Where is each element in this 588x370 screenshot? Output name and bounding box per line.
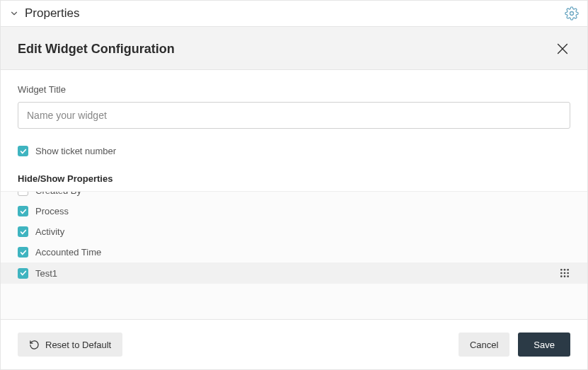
panel-title: Properties — [25, 6, 565, 21]
property-row: Test1 — [1, 262, 587, 284]
show-ticket-label: Show ticket number — [35, 146, 116, 156]
svg-point-4 — [564, 269, 566, 271]
svg-point-5 — [567, 269, 569, 271]
reset-label: Reset to Default — [45, 340, 111, 350]
properties-panel: Properties Edit Widget Configuration Wid… — [0, 0, 588, 370]
panel-header: Properties — [1, 1, 587, 27]
svg-point-3 — [560, 269, 563, 271]
svg-point-0 — [570, 12, 574, 16]
svg-point-7 — [564, 272, 566, 274]
cancel-label: Cancel — [470, 340, 498, 350]
property-checkbox[interactable] — [18, 247, 28, 258]
svg-point-9 — [560, 275, 563, 277]
property-label: Created By — [35, 191, 570, 196]
properties-list: Created By Process Activity Accounted Ti… — [1, 191, 587, 319]
cancel-button[interactable]: Cancel — [459, 333, 509, 357]
widget-title-section: Widget Title Show ticket number — [1, 70, 587, 169]
modal-footer: Reset to Default Cancel Save — [1, 319, 587, 369]
property-row: Process — [1, 201, 587, 221]
property-label: Accounted Time — [35, 247, 570, 258]
property-row: Activity — [1, 221, 587, 242]
widget-title-input[interactable] — [18, 102, 570, 129]
property-checkbox[interactable] — [18, 206, 28, 216]
reset-to-default-button[interactable]: Reset to Default — [18, 333, 122, 357]
show-ticket-checkbox[interactable] — [18, 146, 28, 156]
property-label: Activity — [35, 226, 570, 237]
svg-point-11 — [567, 275, 569, 277]
undo-icon — [29, 340, 40, 350]
gear-icon[interactable] — [565, 6, 579, 21]
property-checkbox[interactable] — [18, 268, 28, 279]
svg-point-6 — [560, 272, 563, 274]
modal-body: Widget Title Show ticket number Hide/Sho… — [1, 70, 587, 319]
property-label: Test1 — [35, 268, 552, 279]
drag-handle-icon[interactable] — [559, 267, 570, 279]
svg-point-8 — [567, 272, 569, 274]
save-label: Save — [534, 340, 555, 350]
property-row: Accounted Time — [1, 242, 587, 262]
modal-header: Edit Widget Configuration — [1, 27, 587, 70]
modal-title: Edit Widget Configuration — [18, 42, 555, 57]
property-checkbox[interactable] — [18, 191, 28, 196]
svg-point-10 — [564, 275, 566, 277]
show-ticket-row: Show ticket number — [18, 141, 570, 161]
widget-title-label: Widget Title — [18, 84, 570, 95]
chevron-down-icon[interactable] — [9, 8, 19, 18]
hide-show-label: Hide/Show Properties — [1, 169, 587, 191]
property-label: Process — [35, 206, 570, 216]
property-row: Created By — [1, 191, 587, 201]
save-button[interactable]: Save — [518, 333, 570, 357]
property-checkbox[interactable] — [18, 226, 28, 237]
close-icon[interactable] — [555, 41, 570, 57]
